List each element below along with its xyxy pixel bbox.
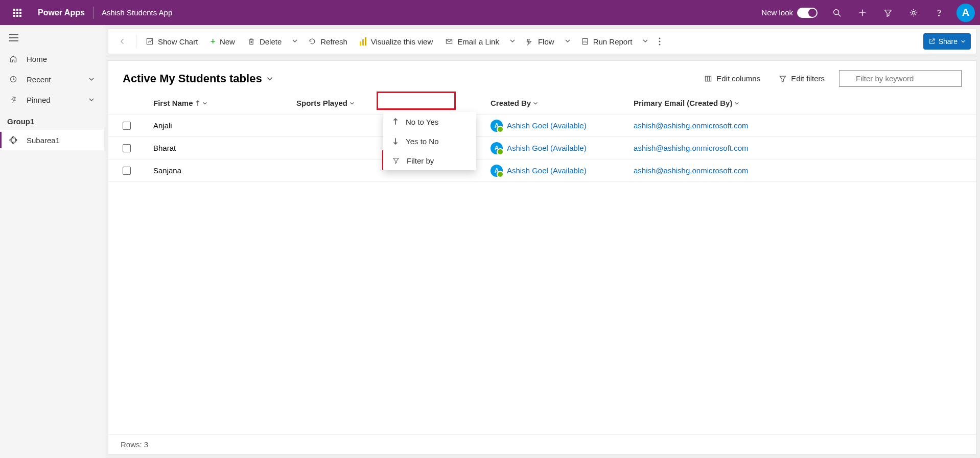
chart-icon bbox=[146, 37, 154, 45]
help-button[interactable] bbox=[928, 2, 950, 24]
back-button[interactable] bbox=[113, 32, 132, 51]
flow-button[interactable]: Flow bbox=[521, 32, 559, 51]
home-icon bbox=[9, 55, 19, 63]
arrow-up-icon bbox=[392, 118, 399, 125]
column-header-primaryemail[interactable]: Primary Email (Created By) bbox=[634, 99, 962, 107]
email-dropdown[interactable] bbox=[506, 37, 519, 46]
show-chart-button[interactable]: Show Chart bbox=[141, 32, 203, 51]
refresh-label: Refresh bbox=[320, 37, 347, 46]
chevron-down-icon bbox=[349, 101, 355, 106]
email-link-button[interactable]: Email a Link bbox=[440, 32, 504, 51]
table-row[interactable]: SanjanaAAshish Goel (Available)ashish@as… bbox=[108, 159, 976, 182]
edit-filters-button[interactable]: Edit filters bbox=[775, 71, 829, 86]
email-link-label: Email a Link bbox=[457, 37, 499, 46]
mail-icon bbox=[445, 37, 453, 45]
refresh-button[interactable]: Refresh bbox=[303, 32, 353, 51]
nav-subarea1-label: Subarea1 bbox=[27, 136, 60, 145]
table-row[interactable]: BharatAAshish Goel (Available)ashish@ash… bbox=[108, 137, 976, 159]
new-button[interactable]: + New bbox=[205, 32, 240, 51]
filter-keyword-input[interactable] bbox=[839, 70, 962, 87]
nav-recent[interactable]: Recent bbox=[0, 69, 104, 89]
settings-button[interactable] bbox=[902, 2, 925, 24]
svg-rect-12 bbox=[362, 39, 364, 45]
gear-icon bbox=[909, 8, 918, 17]
delete-button[interactable]: Delete bbox=[242, 32, 287, 51]
column-dropdown-menu: No to Yes Yes to No Filter by bbox=[383, 112, 476, 170]
report-icon bbox=[581, 37, 589, 45]
hamburger-icon bbox=[9, 34, 18, 41]
flow-icon bbox=[526, 37, 534, 45]
chevron-down-icon bbox=[961, 39, 966, 44]
cell-email[interactable]: ashish@ashishg.onmicrosoft.com bbox=[634, 144, 749, 152]
nav-home-label: Home bbox=[27, 55, 47, 63]
svg-point-0 bbox=[834, 9, 839, 14]
chevron-down-icon bbox=[88, 96, 95, 104]
cell-firstname: Bharat bbox=[153, 144, 296, 152]
svg-rect-11 bbox=[360, 41, 361, 45]
arrow-down-icon bbox=[392, 138, 399, 145]
run-report-dropdown[interactable] bbox=[639, 37, 651, 46]
nav-pinned[interactable]: Pinned bbox=[0, 89, 104, 110]
chevron-down-icon bbox=[642, 38, 648, 44]
grid-footer: Rows: 3 bbox=[108, 434, 976, 454]
chevron-down-icon bbox=[202, 101, 207, 106]
nav-recent-label: Recent bbox=[27, 75, 51, 84]
add-button[interactable] bbox=[851, 2, 874, 24]
filter-button[interactable] bbox=[877, 2, 899, 24]
svg-point-21 bbox=[659, 44, 661, 45]
svg-rect-14 bbox=[447, 39, 452, 43]
row-checkbox[interactable] bbox=[123, 122, 131, 130]
svg-point-19 bbox=[659, 38, 661, 39]
overflow-button[interactable] bbox=[654, 32, 666, 51]
svg-point-20 bbox=[659, 41, 661, 42]
show-chart-label: Show Chart bbox=[158, 37, 198, 46]
row-checkbox[interactable] bbox=[123, 144, 131, 152]
table-header-row: First Name Sports Played Created By Prim… bbox=[108, 92, 976, 114]
column-label: First Name bbox=[153, 99, 193, 107]
column-header-firstname[interactable]: First Name bbox=[153, 99, 296, 107]
main-area: Show Chart + New Delete Refresh Visualiz… bbox=[104, 25, 980, 458]
share-label: Share bbox=[939, 37, 958, 45]
toggle-switch-icon bbox=[797, 8, 818, 18]
avatar-initial: A bbox=[962, 7, 969, 18]
search-button[interactable] bbox=[826, 2, 848, 24]
edit-columns-button[interactable]: Edit columns bbox=[700, 71, 764, 86]
refresh-icon bbox=[308, 37, 316, 45]
cell-email[interactable]: ashish@ashishg.onmicrosoft.com bbox=[634, 166, 749, 175]
column-header-createdby[interactable]: Created By bbox=[491, 99, 634, 107]
cell-createdby[interactable]: AAshish Goel (Available) bbox=[491, 120, 634, 132]
powerbi-icon bbox=[360, 37, 367, 45]
sort-no-to-yes[interactable]: No to Yes bbox=[383, 112, 476, 131]
columns-icon bbox=[704, 75, 712, 83]
share-button[interactable]: Share bbox=[923, 33, 971, 50]
visualize-label: Visualize this view bbox=[371, 37, 433, 46]
run-report-button[interactable]: Run Report bbox=[576, 32, 638, 51]
delete-label: Delete bbox=[260, 37, 282, 46]
column-header-sportsplayed[interactable]: Sports Played bbox=[296, 99, 491, 107]
visualize-button[interactable]: Visualize this view bbox=[355, 32, 438, 51]
app-launcher-button[interactable] bbox=[5, 1, 30, 25]
new-look-toggle[interactable]: New look bbox=[761, 8, 818, 18]
view-selector[interactable]: Active My Students tables bbox=[123, 72, 273, 85]
flow-dropdown[interactable] bbox=[562, 37, 574, 46]
view-title-text: Active My Students tables bbox=[123, 72, 262, 85]
cell-email[interactable]: ashish@ashishg.onmicrosoft.com bbox=[634, 121, 749, 130]
edit-filters-label: Edit filters bbox=[791, 74, 825, 83]
nav-home[interactable]: Home bbox=[0, 49, 104, 69]
user-avatar[interactable]: A bbox=[956, 4, 975, 22]
cell-createdby[interactable]: AAshish Goel (Available) bbox=[491, 165, 634, 177]
sort-yes-to-no[interactable]: Yes to No bbox=[383, 131, 476, 151]
row-checkbox[interactable] bbox=[123, 167, 131, 175]
command-bar: Show Chart + New Delete Refresh Visualiz… bbox=[108, 29, 976, 54]
nav-subarea1[interactable]: Subarea1 bbox=[0, 130, 104, 150]
more-vertical-icon bbox=[659, 37, 661, 45]
svg-rect-22 bbox=[706, 76, 711, 81]
cell-createdby[interactable]: AAshish Goel (Available) bbox=[491, 142, 634, 154]
dd-label: Filter by bbox=[407, 156, 434, 165]
clock-icon bbox=[9, 75, 19, 83]
sidebar-collapse-button[interactable] bbox=[0, 27, 104, 49]
filter-by[interactable]: Filter by bbox=[383, 151, 476, 170]
delete-dropdown[interactable] bbox=[289, 37, 301, 46]
puzzle-icon bbox=[9, 136, 19, 144]
table-row[interactable]: AnjaliAAshish Goel (Available)ashish@ash… bbox=[108, 114, 976, 137]
